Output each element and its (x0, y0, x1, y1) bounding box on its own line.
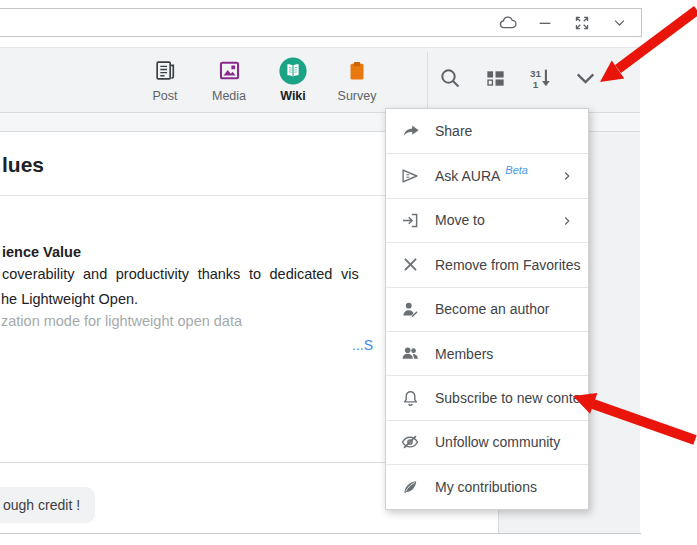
menu-item-label: Unfollow community (435, 434, 560, 450)
contributions-feather-icon (399, 476, 421, 498)
body-text-line-3-faded: zation mode for lightweight open data (1, 313, 242, 329)
menu-item-my-contributions[interactable]: My contributions (386, 464, 588, 508)
more-actions-chevron[interactable] (572, 65, 598, 91)
tab-wiki[interactable]: Wiki (261, 56, 325, 103)
body-text-line-2: he Lightweight Open. (1, 291, 138, 307)
share-icon (399, 120, 421, 142)
post-icon (153, 56, 178, 85)
menu-item-label: Share (435, 123, 472, 139)
remove-favorite-icon (399, 254, 421, 276)
menu-item-label: My contributions (435, 479, 537, 495)
menu-item-label: Members (435, 346, 493, 362)
see-more-link[interactable]: ...S (352, 337, 373, 353)
menu-item-members[interactable]: Members (386, 331, 588, 375)
comment-bubble-text: ough credit ! (3, 497, 80, 513)
layout-icon[interactable] (482, 65, 508, 91)
menu-item-remove-from-favorites[interactable]: Remove from Favorites (386, 242, 588, 286)
menu-item-ask-aura[interactable]: Ask AURA Beta (386, 153, 588, 197)
svg-text:31: 31 (530, 68, 541, 79)
menu-item-label: Ask AURA (435, 168, 500, 184)
unfollow-eye-icon (399, 431, 421, 453)
become-author-icon (399, 298, 421, 320)
menu-item-share[interactable]: Share (386, 109, 588, 153)
context-menu: Share Ask AURA Beta (385, 108, 589, 510)
toolbar-actions: 31 1 (437, 65, 598, 91)
tab-survey-label: Survey (338, 89, 377, 103)
chevron-right-icon (560, 214, 574, 228)
tab-post-label: Post (152, 89, 177, 103)
menu-item-move-to[interactable]: Move to (386, 198, 588, 242)
comment-bubble: ough credit ! (0, 487, 95, 523)
body-text-line-1: coverability and productivity thanks to … (2, 266, 422, 282)
tab-survey[interactable]: Survey (325, 56, 389, 103)
numeric-sort-icon[interactable]: 31 1 (527, 65, 553, 91)
tab-post[interactable]: Post (133, 56, 197, 103)
tab-media-label: Media (212, 89, 246, 103)
window-titlebar (0, 8, 642, 37)
menu-item-subscribe-to-new-content[interactable]: Subscribe to new content (386, 375, 588, 419)
menu-item-unfollow-community[interactable]: Unfollow community (386, 420, 588, 464)
search-icon[interactable] (437, 65, 463, 91)
tab-media[interactable]: Media (197, 56, 261, 103)
menu-item-label: Subscribe to new content (435, 390, 592, 406)
media-icon (217, 56, 242, 85)
survey-icon (345, 56, 369, 85)
beta-badge: Beta (505, 164, 528, 176)
section-title: ience Value (2, 244, 81, 260)
cloud-icon[interactable] (498, 13, 518, 33)
menu-item-become-an-author[interactable]: Become an author (386, 287, 588, 331)
menu-item-label: Become an author (435, 301, 549, 317)
page-title: lues (2, 153, 44, 177)
subscribe-bell-icon (399, 387, 421, 409)
menu-item-label: Move to (435, 212, 485, 228)
members-icon (399, 343, 421, 365)
menu-item-label: Remove from Favorites (435, 257, 580, 273)
community-toolbar: Post Media (0, 47, 640, 112)
svg-text:1: 1 (532, 78, 538, 89)
toolbar-divider (427, 52, 428, 109)
minimize-icon[interactable] (535, 13, 555, 33)
tab-wiki-label: Wiki (280, 89, 306, 103)
wiki-icon (279, 56, 307, 85)
window-bottom-border (0, 533, 641, 534)
chevron-right-icon (560, 169, 574, 183)
content-type-tabs: Post Media (133, 56, 389, 103)
expand-icon[interactable] (572, 13, 592, 33)
screenshot-root: Post Media (0, 0, 697, 545)
move-to-icon (399, 209, 421, 231)
aura-icon (399, 165, 421, 187)
chevron-down-icon[interactable] (609, 13, 629, 33)
